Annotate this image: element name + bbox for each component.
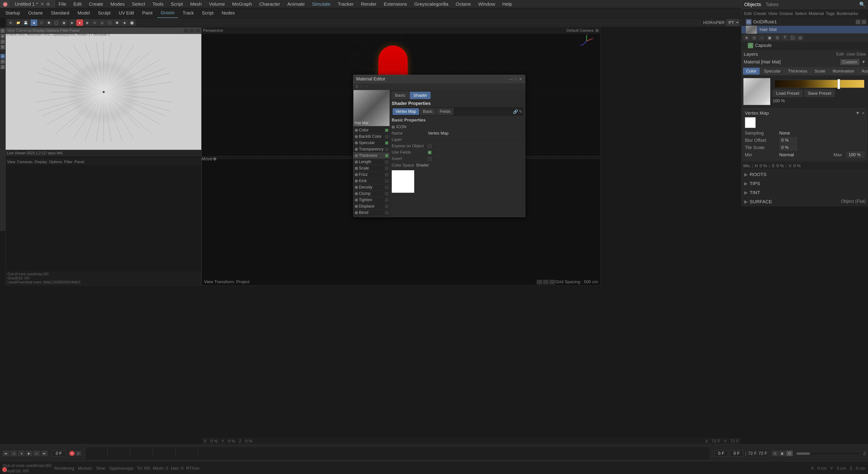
pb-play-back[interactable]: ◂ xyxy=(18,451,25,456)
color-tab-color[interactable]: Color xyxy=(743,67,760,75)
objects-edit-btn[interactable]: Edit xyxy=(744,11,752,16)
ch-check-color[interactable] xyxy=(385,129,388,132)
tab-octane[interactable]: Octane xyxy=(25,8,46,18)
section-tint[interactable]: ▶ TINT xyxy=(741,188,868,197)
invert-checkbox[interactable] xyxy=(428,157,432,161)
section-roots[interactable]: ▶ ROOTS xyxy=(741,170,868,179)
layers-edit-btn[interactable]: Edit xyxy=(836,52,844,57)
preset-arrow[interactable]: ▼ xyxy=(861,59,866,65)
end-frame-input[interactable] xyxy=(730,450,743,456)
document-tab[interactable]: Cinema 4D 2024.2.0 - [Untitled 1 *] - Ma… xyxy=(10,0,55,8)
toolbar-render2[interactable]: ● xyxy=(76,20,83,26)
vp-bl-cameras[interactable]: Cameras xyxy=(17,160,33,164)
obj-toolbar-btn5[interactable]: ⊡ xyxy=(774,35,780,40)
ch-check-thickness[interactable] xyxy=(385,154,388,157)
ch-check-clump[interactable] xyxy=(385,192,388,195)
toolbar-render3[interactable]: ◉ xyxy=(84,20,91,26)
expose-checkbox[interactable] xyxy=(428,144,432,148)
toolbar-render8[interactable]: ◆ xyxy=(121,20,128,26)
channel-frizz[interactable]: Frizz xyxy=(353,172,390,178)
channel-scale[interactable]: Scale xyxy=(353,165,390,172)
gradient-bar[interactable] xyxy=(775,80,864,88)
tl-icon3[interactable]: ⬡ xyxy=(786,451,793,456)
tl-icon2[interactable]: ▣ xyxy=(779,451,785,456)
view-icon1[interactable] xyxy=(537,280,542,284)
pb-play[interactable]: ▶ xyxy=(26,451,32,456)
menu-help[interactable]: Help xyxy=(499,0,516,8)
channel-clump[interactable]: Clump xyxy=(353,190,390,197)
obj-toolbar-btn6[interactable]: T xyxy=(782,35,788,40)
color-tab-specular[interactable]: Specular xyxy=(760,67,784,75)
vp-left-filter[interactable]: Filter xyxy=(60,28,69,33)
toolbar-mode3[interactable]: ⬟ xyxy=(45,20,52,26)
color-tab-illumination[interactable]: Illumination xyxy=(829,67,858,75)
vp-icon1[interactable] xyxy=(183,29,188,33)
channel-color[interactable]: Color xyxy=(353,127,390,134)
layers-userdata-btn[interactable]: User Data xyxy=(846,52,866,57)
save-preset-btn[interactable]: Save Preset xyxy=(804,90,835,97)
tool-active[interactable]: ⊙ xyxy=(0,54,5,58)
timeline-scrollbar[interactable] xyxy=(796,452,860,455)
mat-nav-back[interactable]: ← xyxy=(359,84,363,89)
camera-settings-icon[interactable]: ⚙ xyxy=(595,28,599,33)
right-tab-takes[interactable]: Takes xyxy=(766,2,779,7)
toolbar-save[interactable]: 💾 xyxy=(22,20,29,26)
menu-simulate[interactable]: Simulate xyxy=(308,0,334,8)
menu-tracker[interactable]: Tracker xyxy=(334,0,357,8)
subtab-fields[interactable]: Fields xyxy=(437,108,454,115)
menu-greyscale[interactable]: Greyscalegorilla xyxy=(411,0,452,8)
pb-end[interactable]: ⏭ xyxy=(41,451,48,456)
vp-icon2[interactable] xyxy=(189,29,194,33)
menu-mograph[interactable]: MoGraph xyxy=(228,0,256,8)
objects-select-btn[interactable]: Select xyxy=(795,11,807,16)
ch-check-backlit[interactable] xyxy=(385,135,388,138)
app-icon[interactable]: ◉ xyxy=(0,0,10,8)
view-icon3[interactable] xyxy=(550,280,555,284)
toolbar-open[interactable]: 📁 xyxy=(15,20,22,26)
color-tab-thickness[interactable]: Thickness xyxy=(784,67,811,75)
vp-bl-filter[interactable]: Filter xyxy=(64,160,73,164)
toolbar-render6[interactable]: ⬛ xyxy=(106,20,113,26)
ch-check-density[interactable] xyxy=(385,186,388,189)
tab-track[interactable]: Track xyxy=(179,8,197,18)
mat-editor-minimize[interactable]: — xyxy=(509,77,513,82)
menu-tools[interactable]: Tools xyxy=(149,0,167,8)
objects-octane-btn[interactable]: Octane xyxy=(779,11,793,16)
tab-nodes[interactable]: Nodes xyxy=(218,8,238,18)
tab-paint[interactable]: Paint xyxy=(138,8,156,18)
vp-left-view-menu[interactable]: View xyxy=(7,28,15,33)
menu-character[interactable]: Character xyxy=(256,0,284,8)
gradient-handle[interactable] xyxy=(837,79,840,89)
search-icon[interactable]: 🔍 xyxy=(859,2,865,7)
mat-tab-shader[interactable]: Shader xyxy=(410,92,430,99)
objects-bookmarks-btn[interactable]: Bookmarks xyxy=(837,11,858,16)
motion-clip-btn[interactable]: ◎ xyxy=(75,451,81,456)
channel-kink[interactable]: Kink xyxy=(353,178,390,184)
toolbar-mode2[interactable]: ⬡ xyxy=(38,20,45,26)
vp-bl-panel[interactable]: Panel xyxy=(74,160,84,164)
menu-mesh[interactable]: Mesh xyxy=(187,0,205,8)
menu-extensions[interactable]: Extensions xyxy=(380,0,411,8)
toolbar-render5[interactable]: ◎ xyxy=(99,20,105,26)
channel-density[interactable]: Density xyxy=(353,184,390,190)
toolbar-render7[interactable]: ⬢ xyxy=(114,20,120,26)
mat-nav-left[interactable]: ☰ xyxy=(355,84,359,89)
ch-check-length[interactable] xyxy=(385,160,388,164)
toolbar-new[interactable]: ⊕ xyxy=(7,20,14,26)
channel-backlit[interactable]: Backlit Color xyxy=(353,134,390,140)
obj-toolbar-btn3[interactable]: ⬦ xyxy=(758,35,765,40)
current-frame-input[interactable] xyxy=(52,450,66,456)
tab-script[interactable]: Script xyxy=(198,8,217,18)
menu-octane[interactable]: Octane xyxy=(452,0,474,8)
ch-check-specular[interactable] xyxy=(385,141,388,145)
subtab-vertex-map[interactable]: Vertex Map xyxy=(393,108,419,115)
mat-nav-forward[interactable]: → xyxy=(364,84,368,89)
channel-transparency[interactable]: Transparency xyxy=(353,146,390,152)
tile-scale-input[interactable] xyxy=(779,144,797,151)
menu-create[interactable]: Create xyxy=(85,0,107,8)
load-preset-btn[interactable]: Load Preset xyxy=(773,90,803,97)
node-octdiffuse[interactable]: M OctDiffuse1 xyxy=(741,18,868,26)
obj-toolbar-btn1[interactable]: ⊕ xyxy=(743,35,750,40)
channel-curl[interactable]: Curl xyxy=(353,216,390,217)
ch-check-trans[interactable] xyxy=(385,148,388,151)
